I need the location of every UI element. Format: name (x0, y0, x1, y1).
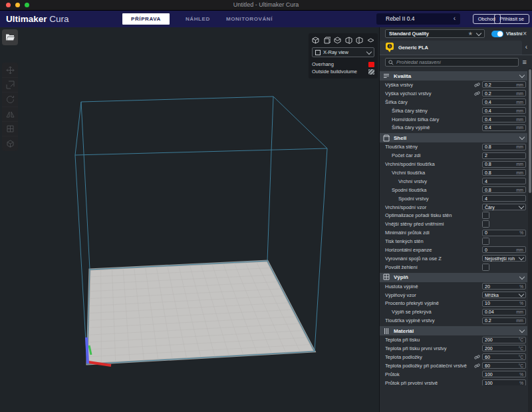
view-left-button[interactable] (345, 37, 352, 44)
setting-row: Spodní tloušťka 0.8 mm (385, 186, 527, 194)
search-icon (388, 60, 394, 65)
material-icon (383, 327, 390, 335)
setting-row: Spodní vrstvy 4 (385, 194, 527, 203)
app-header: Ultimaker Cura PŘÍPRAVA NÁHLED MONITOROV… (0, 11, 532, 27)
setting-value-field[interactable]: 0.8 mm (482, 169, 526, 176)
setting-row: Teplota při tisku 200 °C (385, 335, 527, 344)
setting-row: Horizontální expanze 0 mm (385, 246, 527, 254)
setting-dropdown[interactable]: Čáry (482, 204, 526, 210)
settings-header: Standard Quality ★ Vlastní × 1 Generic P… (380, 27, 532, 67)
scrollbar-thumb[interactable] (529, 69, 531, 193)
build-volume-scene (0, 27, 379, 412)
minimize-window-button[interactable] (15, 3, 20, 7)
setting-value-field[interactable]: 0.8 mm (482, 144, 526, 150)
profile-dropdown[interactable]: Standard Quality ★ (385, 29, 485, 38)
sign-in-button[interactable]: Přihlásit se (494, 14, 529, 24)
setting-row: Tisk tenkých stěn (385, 237, 527, 246)
setting-value-field[interactable]: 200 °C (482, 337, 526, 343)
view-legend: Overhang Outside buildvolume (312, 61, 374, 75)
link-icon (474, 82, 480, 88)
mirror-tool-button[interactable] (2, 107, 18, 122)
section-header-shell[interactable]: Shell (380, 133, 527, 142)
section-header-infill[interactable]: Výplň (380, 273, 527, 282)
search-input[interactable]: Prohledat nastavení (385, 58, 519, 67)
setting-value-field[interactable]: 4 (482, 178, 526, 184)
setting-value-field[interactable]: 0.2 mm (482, 317, 526, 324)
open-file-button[interactable] (2, 29, 18, 45)
search-row: Prohledat nastavení ≡ (385, 58, 527, 67)
section-header-material[interactable]: Materiál (380, 326, 527, 335)
setting-checkbox[interactable] (482, 238, 489, 245)
support-blocker-tool-button[interactable] (2, 136, 18, 150)
setting-row: Teplota při tisku první vrstvy 200 °C (385, 344, 527, 353)
search-placeholder: Prohledat nastavení (396, 59, 441, 65)
titlebar: Untitled - Ultimaker Cura (0, 0, 532, 11)
setting-row: Optimalizace pořadí tisku stěn (385, 211, 527, 220)
setting-value-field[interactable]: 20 % (482, 283, 526, 290)
view-front-icon (323, 37, 331, 44)
setting-row: Hustota výplně 20 % (385, 282, 527, 291)
legend-swatch (368, 62, 374, 67)
view-bottom-button[interactable] (367, 37, 374, 44)
section-header-quality[interactable]: Kvalita (380, 71, 527, 81)
per-model-settings-tool-button[interactable] (2, 122, 18, 136)
view-right-button[interactable] (356, 37, 363, 44)
setting-row: Minimální průtok zdi 0 % (385, 228, 527, 237)
printer-selector[interactable]: Rebel II 0.4 ‹ (376, 13, 460, 25)
setting-row: Šířka čáry výplně 0.4 mm (385, 123, 527, 132)
setting-value-field[interactable]: 200 °C (482, 345, 526, 351)
close-icon[interactable]: × (523, 31, 527, 37)
extruder-tab[interactable]: 1 Generic PLA (380, 41, 522, 55)
view-3d-button[interactable] (312, 37, 319, 44)
setting-value-field[interactable]: 2 (482, 152, 526, 159)
zoom-window-button[interactable] (25, 3, 29, 7)
app-logo: Ultimaker Cura (6, 11, 69, 27)
scale-tool-button[interactable] (2, 78, 18, 93)
setting-value-field[interactable]: 0.4 mm (482, 124, 526, 131)
setting-dropdown[interactable]: Nejostřejší roh (482, 255, 526, 262)
link-icon (474, 363, 480, 369)
chevron-left-icon[interactable]: ‹ (525, 41, 527, 54)
view-top-button[interactable] (334, 37, 341, 44)
settings-menu-icon[interactable]: ≡ (523, 59, 527, 66)
setting-value-field[interactable]: 100 % (482, 379, 526, 385)
scrollbar-track[interactable] (528, 69, 532, 412)
setting-checkbox[interactable] (482, 220, 489, 228)
rotate-tool-button[interactable] (2, 93, 18, 107)
setting-value-field[interactable]: 0.4 mm (482, 107, 526, 114)
setting-row: Vrchní/spodní tloušťka 0.8 mm (385, 160, 527, 168)
setting-dropdown[interactable]: Mřížka (482, 292, 526, 298)
view-front-button[interactable] (323, 37, 331, 44)
setting-value-field[interactable]: 0.8 mm (482, 161, 526, 168)
custom-toggle[interactable] (491, 31, 503, 37)
setting-value-field[interactable]: 0.2 mm (482, 81, 526, 88)
tab-preview[interactable]: NÁHLED (186, 16, 210, 22)
setting-value-field[interactable]: 100 % (482, 371, 526, 377)
view-bottom-icon (367, 37, 374, 44)
setting-value-field[interactable]: 0.04 mm (482, 309, 526, 315)
setting-value-field[interactable]: 0 % (482, 230, 526, 236)
setting-value-field[interactable]: 0.8 mm (482, 186, 526, 193)
mirror-icon (6, 110, 15, 118)
setting-value-field[interactable]: 4 (482, 195, 526, 202)
setting-value-field[interactable]: 0 mm (482, 246, 526, 253)
setting-value-field[interactable]: 0.4 mm (482, 99, 526, 105)
setting-checkbox[interactable] (482, 264, 489, 271)
viewport-3d[interactable]: X-Ray view Overhang Outside buildvolume (0, 27, 379, 412)
infill-icon (383, 274, 390, 281)
move-tool-button[interactable] (2, 63, 18, 78)
setting-value-field[interactable]: 0.2 mm (482, 90, 526, 97)
tab-prepare[interactable]: PŘÍPRAVA (122, 13, 170, 25)
setting-value-field[interactable]: 0.4 mm (482, 116, 526, 122)
setting-checkbox[interactable] (482, 212, 489, 219)
setting-value-field[interactable]: 60 °C (482, 362, 526, 369)
view-options-panel: X-Ray view Overhang Outside buildvolume (309, 33, 378, 79)
close-window-button[interactable] (6, 3, 11, 7)
view-mode-dropdown[interactable]: X-Ray view (312, 47, 374, 57)
setting-value-field[interactable]: 10 % (482, 300, 526, 307)
setting-row: Teplota podložky při počáteční vrstvě 60… (385, 361, 527, 370)
extruder-row: 1 Generic PLA ‹ (380, 41, 532, 55)
tab-monitor[interactable]: MONITOROVÁNÍ (226, 16, 273, 22)
setting-value-field[interactable]: 60 °C (482, 353, 526, 360)
chevron-down-icon (519, 274, 525, 279)
